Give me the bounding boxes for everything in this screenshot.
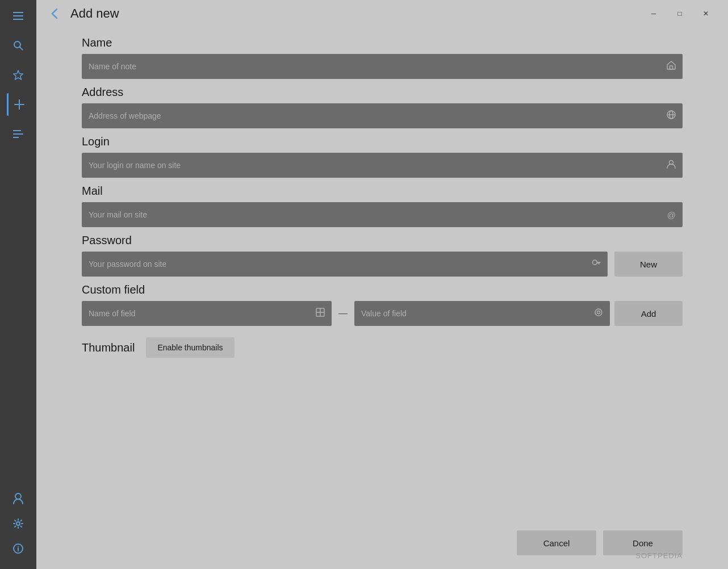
svg-marker-5 bbox=[14, 70, 23, 80]
password-input-wrapper bbox=[82, 252, 608, 277]
svg-point-28 bbox=[595, 309, 602, 316]
custom-value-input[interactable] bbox=[361, 309, 589, 318]
field-separator: — bbox=[336, 308, 350, 319]
custom-value-wrapper bbox=[354, 301, 610, 326]
search-icon[interactable] bbox=[7, 34, 30, 57]
enable-thumbnails-button[interactable]: Enable thumbnails bbox=[146, 337, 234, 358]
login-label: Login bbox=[82, 135, 683, 148]
svg-rect-1 bbox=[13, 15, 23, 16]
custom-value-icon bbox=[594, 308, 603, 319]
add-custom-field-button[interactable]: Add bbox=[614, 301, 683, 326]
mail-input-wrapper: @ bbox=[82, 202, 683, 227]
name-input-wrapper bbox=[82, 54, 683, 79]
address-input[interactable] bbox=[89, 111, 662, 120]
settings-icon[interactable] bbox=[7, 512, 30, 535]
key-icon bbox=[592, 258, 601, 270]
address-input-wrapper bbox=[82, 103, 683, 128]
password-row: New bbox=[82, 252, 683, 277]
password-label: Password bbox=[82, 234, 683, 247]
list-icon[interactable] bbox=[7, 123, 30, 145]
login-section: Login bbox=[82, 135, 683, 178]
info-icon[interactable] bbox=[7, 537, 30, 560]
custom-name-input[interactable] bbox=[89, 309, 311, 318]
custom-name-wrapper bbox=[82, 301, 332, 326]
svg-point-29 bbox=[597, 311, 600, 314]
globe-icon bbox=[667, 110, 676, 122]
page-title: Add new bbox=[70, 6, 119, 21]
mail-section: Mail @ bbox=[82, 185, 683, 227]
bottom-actions: Cancel Done bbox=[36, 521, 728, 569]
name-section: Name bbox=[82, 36, 683, 79]
back-button[interactable] bbox=[45, 5, 64, 23]
address-section: Address bbox=[82, 86, 683, 128]
svg-rect-0 bbox=[13, 12, 23, 13]
thumbnail-label: Thumbnail bbox=[82, 341, 135, 354]
svg-rect-8 bbox=[13, 130, 21, 131]
minimize-button[interactable]: ─ bbox=[641, 5, 667, 23]
address-label: Address bbox=[82, 86, 683, 99]
custom-name-icon bbox=[316, 308, 325, 319]
bottom-wrapper: Cancel Done SOFTPEDIA bbox=[36, 521, 728, 569]
svg-line-4 bbox=[20, 47, 23, 50]
svg-point-11 bbox=[15, 493, 21, 499]
svg-rect-10 bbox=[13, 137, 19, 138]
close-button[interactable]: ✕ bbox=[693, 5, 719, 23]
svg-point-12 bbox=[16, 522, 20, 525]
user-icon[interactable] bbox=[7, 487, 30, 510]
add-icon[interactable] bbox=[7, 93, 30, 116]
password-input[interactable] bbox=[89, 260, 587, 269]
thumbnail-section: Thumbnail Enable thumbnails bbox=[82, 337, 683, 358]
sidebar bbox=[0, 0, 36, 569]
star-icon[interactable] bbox=[7, 64, 30, 86]
form-content: Name Address bbox=[36, 27, 728, 521]
login-input[interactable] bbox=[89, 161, 662, 170]
svg-rect-9 bbox=[13, 133, 23, 135]
home-icon bbox=[667, 61, 676, 72]
window-controls: ─ □ ✕ bbox=[641, 0, 719, 27]
title-bar: Add new ─ □ ✕ bbox=[36, 0, 728, 27]
custom-field-label: Custom field bbox=[82, 283, 683, 296]
password-section: Password New bbox=[82, 234, 683, 277]
svg-rect-16 bbox=[670, 66, 673, 69]
main-area: Add new ─ □ ✕ Name Address bbox=[36, 0, 728, 569]
svg-rect-2 bbox=[13, 19, 23, 20]
custom-field-section: Custom field — bbox=[82, 283, 683, 326]
hamburger-icon[interactable] bbox=[7, 5, 30, 27]
at-icon: @ bbox=[667, 210, 676, 220]
maximize-button[interactable]: □ bbox=[667, 5, 693, 23]
name-input[interactable] bbox=[89, 62, 662, 71]
cancel-button[interactable]: Cancel bbox=[517, 530, 596, 555]
mail-label: Mail bbox=[82, 185, 683, 198]
name-label: Name bbox=[82, 36, 683, 49]
mail-input[interactable] bbox=[89, 210, 663, 219]
person-icon bbox=[667, 160, 676, 171]
new-password-button[interactable]: New bbox=[614, 252, 683, 277]
custom-field-row: — Add bbox=[82, 301, 683, 326]
svg-point-15 bbox=[18, 546, 19, 547]
thumbnail-row: Thumbnail Enable thumbnails bbox=[82, 337, 683, 358]
watermark: SOFTPEDIA bbox=[635, 551, 683, 560]
login-input-wrapper bbox=[82, 153, 683, 178]
